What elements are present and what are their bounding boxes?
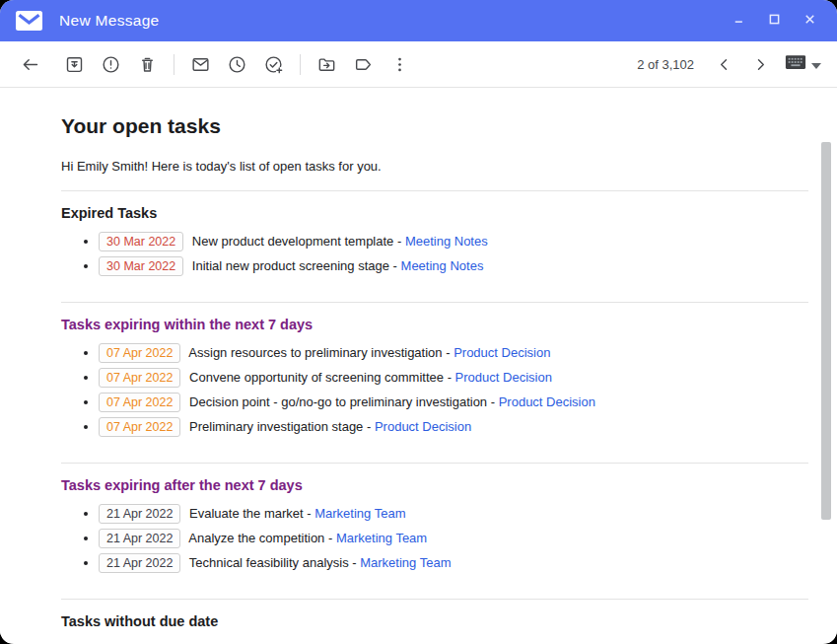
section-divider [61,302,808,303]
task-item: 07 Apr 2022 Convene opportunity of scree… [99,365,808,390]
move-to-button[interactable] [309,46,345,83]
due-date-badge: 07 Apr 2022 [99,417,180,437]
clock-icon [227,54,247,75]
archive-icon [64,54,85,75]
dropdown-caret-icon [811,55,821,73]
new-message-window: New Message [0,0,837,644]
minimize-button[interactable] [732,12,746,30]
task-item: 07 Apr 2022 Preliminary investigation st… [99,414,808,439]
more-options-button[interactable] [382,46,418,83]
archive-button[interactable] [56,46,93,83]
window-title: New Message [59,12,160,30]
task-list-link[interactable]: Meeting Notes [401,258,484,273]
back-button[interactable] [12,46,48,83]
section-title: Expired Tasks [61,205,808,221]
task-sections: Expired Tasks 30 Mar 2022 New product de… [61,190,808,643]
task-list-link[interactable]: Product Decision [453,345,550,360]
task-item: 30 Mar 2022 Initial new product screenin… [99,253,808,278]
task-list-link[interactable]: Marketing Team [336,531,427,545]
back-icon [20,54,40,75]
label-icon [353,54,374,75]
snooze-button[interactable] [219,46,255,83]
task-item: 21 Apr 2022 Technical feasibility analys… [99,550,808,575]
task-list: 21 Apr 2022 Evaluate the market - Market… [61,498,808,582]
section-divider [61,463,808,464]
label-button[interactable] [345,46,382,83]
keyboard-icon [785,54,806,74]
older-button[interactable] [742,46,779,83]
task-section: Tasks expiring within the next 7 days 07… [61,302,808,446]
add-to-tasks-button[interactable] [255,46,292,83]
due-date-badge: 30 Mar 2022 [99,256,183,276]
chevron-left-icon [715,55,733,74]
task-list-link[interactable]: Meeting Notes [405,234,488,249]
mark-unread-button[interactable] [182,46,219,83]
task-text: Analyze the competition - [188,531,332,545]
section-title: Tasks expiring within the next 7 days [61,317,808,332]
task-text: Assign resources to preliminary investig… [188,345,450,360]
task-item: 21 Apr 2022 Analyze the competition - Ma… [99,526,808,550]
due-date-badge: 21 Apr 2022 [99,529,180,548]
task-list-link[interactable]: Emilys Tasks [348,642,422,643]
newer-button[interactable] [706,46,742,83]
due-date-badge: 07 Apr 2022 [99,368,180,388]
add-task-icon [263,54,284,75]
input-tools-button[interactable] [785,54,821,74]
task-text: Convene opportunity of screening committ… [189,370,452,385]
section-title: Tasks expiring after the next 7 days [61,477,808,493]
task-item: Identify production process steps requir… [99,637,808,643]
task-item: 21 Apr 2022 Evaluate the market - Market… [99,501,808,526]
move-to-folder-icon [316,54,337,75]
task-text: New product development template - [192,234,401,249]
email-greeting: Hi Emily Smith! Here is today's list of … [61,159,808,174]
email-body: Your open tasks Hi Emily Smith! Here is … [0,88,837,643]
delete-button[interactable] [129,46,166,83]
toolbar-divider [300,54,301,75]
task-list-link[interactable]: Marketing Team [360,555,451,570]
minimize-icon [732,12,746,30]
message-count: 2 of 3,102 [637,57,694,72]
task-list: Identify production process steps requir… [61,634,808,643]
more-vert-icon [389,54,410,75]
task-item: 07 Apr 2022 Assign resources to prelimin… [99,340,808,365]
section-divider [61,190,808,191]
window-titlebar: New Message [0,0,837,41]
task-text: Evaluate the market - [189,506,312,521]
report-spam-icon [101,54,121,75]
task-list: 07 Apr 2022 Assign resources to prelimin… [61,337,808,446]
task-item: 30 Mar 2022 New product development temp… [99,229,808,253]
task-list: 30 Mar 2022 New product development temp… [61,226,808,285]
task-text: Initial new product screening stage - [192,258,397,273]
task-text: Identify production process steps requir… [99,642,344,643]
task-item: 07 Apr 2022 Decision point - go/no-go to… [99,390,808,414]
task-section: Tasks without due date Identify producti… [61,599,808,643]
task-section: Tasks expiring after the next 7 days 21 … [61,463,808,582]
mail-icon [190,54,211,75]
mail-toolbar: 2 of 3,102 [0,41,837,88]
section-title: Tasks without due date [61,613,808,629]
task-list-link[interactable]: Product Decision [499,394,595,409]
due-date-badge: 07 Apr 2022 [99,393,180,412]
chevron-right-icon [751,55,770,74]
due-date-badge: 21 Apr 2022 [99,553,180,573]
close-icon [802,12,817,30]
task-text: Preliminary investigation stage - [189,419,371,434]
task-text: Decision point - go/no-go to preliminary… [189,394,495,409]
due-date-badge: 21 Apr 2022 [99,504,180,524]
gmail-envelope-icon [16,11,42,31]
email-heading: Your open tasks [61,114,808,138]
close-button[interactable] [802,12,817,30]
window-controls [732,12,817,30]
maximize-button[interactable] [767,12,782,30]
due-date-badge: 30 Mar 2022 [99,232,183,251]
task-list-link[interactable]: Marketing Team [314,506,405,521]
task-list-link[interactable]: Product Decision [455,370,552,385]
email-content-pane: Your open tasks Hi Emily Smith! Here is … [0,88,837,643]
vertical-scrollbar[interactable] [821,142,831,520]
trash-icon [137,54,158,75]
task-text: Technical feasibility analysis - [189,555,357,570]
due-date-badge: 07 Apr 2022 [99,343,180,363]
report-spam-button[interactable] [93,46,129,83]
task-list-link[interactable]: Product Decision [375,419,471,434]
toolbar-divider [174,54,174,75]
